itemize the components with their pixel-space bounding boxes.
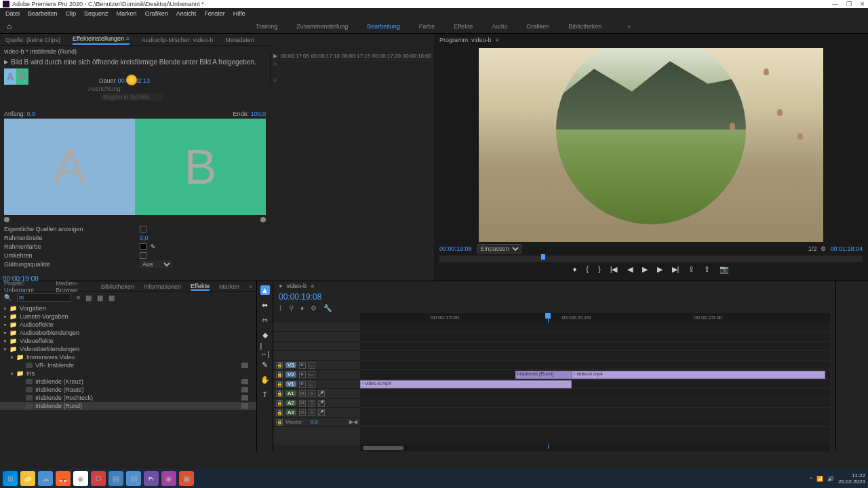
track-area[interactable]: Irisblende (Rund)▫ video-b.mp4▫ video-a.… [360,323,830,445]
app-icon-5[interactable]: ◉ [161,471,176,486]
start-value[interactable]: 0,0 [27,110,36,117]
duration-value[interactable]: 00:00:02:13 [118,77,151,84]
goto-in-button[interactable]: |◀ [610,265,618,274]
menu-bearbeiten[interactable]: Bearbeiten [28,10,58,17]
tab-metadaten[interactable]: Metadaten [225,37,254,43]
tree-item[interactable]: ▼📁Immersives Video [0,353,256,361]
sequence-menu-icon[interactable]: ≡ [311,283,314,289]
triangle-icon[interactable]: ▶ [4,59,8,65]
start-button[interactable]: ⊞ [3,471,18,486]
app-icon-6[interactable]: ▣ [179,471,194,486]
workspace-bearbeitung[interactable]: Bearbeitung [367,23,400,30]
alignment-dropdown[interactable]: Beginn in Schnitt [100,93,163,101]
tab-quellekeineclips[interactable]: Quelle: (keine Clips) [5,37,60,43]
tree-item[interactable]: VR- Irisblende [0,361,256,369]
smoothing-dropdown[interactable]: Aus [140,260,172,268]
clear-search-icon[interactable]: × [77,294,80,301]
tree-item[interactable]: Irisblende (Kreuz) [0,378,256,386]
program-viewport[interactable] [479,48,823,242]
tree-item[interactable]: Irisblende (Rund) [0,402,256,410]
timeline-scrollbar[interactable] [360,445,830,451]
audio-track-A2[interactable]: 🔒A2MS🎤 [273,399,360,408]
zoom-level[interactable]: 1/2 [808,245,817,252]
eyedropper-icon[interactable]: ✎ [151,243,156,250]
selection-tool[interactable]: ▲ [260,285,270,295]
workspace-farbe[interactable]: Farbe [419,23,435,30]
transition-clip[interactable]: Irisblende (Rund) [515,371,572,379]
pen-tool[interactable]: ✎ [260,360,270,369]
tree-item[interactable]: Irisblende (Raute) [0,386,256,394]
tree-item[interactable]: ▼📁Videoüberblendungen [0,345,256,353]
preview-slider[interactable] [4,218,266,222]
sequence-name[interactable]: video-b [286,283,307,289]
hand-tool[interactable]: ✋ [260,375,270,384]
step-forward-button[interactable]: ▶ [657,265,663,274]
tree-item[interactable]: ▼📁Videoeffekte [0,337,256,345]
workspace-training[interactable]: Training [256,23,277,30]
workspace-overflow[interactable]: » [627,23,631,30]
lift-button[interactable]: ⇪ [688,265,694,274]
timeline-timecode[interactable]: 00:00:19:08 [273,291,835,303]
preset-icon-3[interactable]: ▦ [108,294,115,302]
program-menu-icon[interactable]: ≡ [496,37,499,43]
timeline-ruler[interactable]: 00:00:15:0000:00:20:0000:00:25:00 [360,313,830,323]
mark-in-button[interactable]: { [586,265,589,274]
firefox-icon[interactable]: 🦊 [56,471,71,486]
menu-sequenz[interactable]: Sequenz [84,10,108,17]
workspace-zusammenstellung[interactable]: Zusammenstellung [296,23,348,30]
tab-effekteinstellungen[interactable]: Effekteinstellungen ≡ [73,35,130,45]
tray-time[interactable]: 11:22 [838,472,865,479]
settings-button[interactable]: ⚙ [311,304,317,312]
clip-video-b[interactable]: ▫ video-b.mp4 [572,371,825,379]
effect-timecode[interactable]: 00:00:19:08 [3,275,39,283]
home-button[interactable]: ⌂ [0,22,18,31]
preset-icon-2[interactable]: ▦ [97,294,103,302]
tree-item[interactable]: ▼📁Iris [0,369,256,378]
linked-selection-button[interactable]: ⚲ [289,304,294,312]
tab-informationen[interactable]: Informationen [144,283,181,290]
wrench-button[interactable]: 🔧 [323,304,332,312]
border-width-value[interactable]: 0,0 [140,235,149,241]
explorer-icon[interactable]: 📁 [20,471,35,486]
border-color-swatch[interactable] [140,243,146,250]
program-timecode[interactable]: 00:00:19:08 [439,245,472,252]
settings-icon[interactable]: ⚙ [821,245,826,252]
tray-chevron-icon[interactable]: ^ [810,476,812,482]
video-track-V3[interactable]: 🔒V3👁▭ [273,361,360,370]
chrome-icon[interactable]: ◉ [73,471,88,486]
tab-effekte[interactable]: Effekte [191,283,210,291]
video-track-V2[interactable]: 🔒V2👁▭ [273,370,360,380]
workspace-effekte[interactable]: Effekte [454,23,473,30]
app-icon-2[interactable]: O [91,471,106,486]
end-value[interactable]: 100,0 [250,110,266,117]
maximize-button[interactable]: ❐ [846,1,852,7]
app-icon-1[interactable]: ☁ [38,471,53,486]
tree-item[interactable]: ▼📁Audioüberblendungen [0,329,256,337]
premiere-icon[interactable]: Pr [144,471,159,486]
tray-volume-icon[interactable]: 🔊 [827,476,834,482]
menu-grafiken[interactable]: Grafiken [145,10,168,17]
clip-video-a[interactable]: ▫ video-a.mp4 [360,380,572,388]
invert-checkbox[interactable] [140,252,146,259]
mark-out-button[interactable]: } [598,265,601,274]
program-scrubber[interactable] [439,256,863,262]
audio-track-A1[interactable]: 🔒A1MS🎤 [273,389,360,399]
razor-tool[interactable]: ◆ [260,330,270,340]
type-tool[interactable]: T [260,390,270,399]
app-icon-4[interactable]: ▤ [126,471,141,486]
tab-medienbrowser[interactable]: Medien-Browser [56,280,92,293]
tab-bibliotheken[interactable]: Bibliotheken [101,283,134,290]
menu-ansicht[interactable]: Ansicht [176,10,197,17]
tray-wifi-icon[interactable]: 📶 [816,476,823,482]
extract-button[interactable]: ⇧ [704,265,710,274]
tree-item[interactable]: ▼📁Audioeffekte [0,321,256,329]
snap-button[interactable]: ⌇ [279,304,282,312]
menu-hilfe[interactable]: Hilfe [233,10,245,17]
menu-datei[interactable]: Datei [5,10,20,17]
workspace-grafiken[interactable]: Grafiken [526,23,549,30]
menu-marken[interactable]: Marken [117,10,137,17]
audio-track-A3[interactable]: 🔒A3MS🎤 [273,408,360,418]
tab-audioclipmischervideob[interactable]: Audioclip-Mischer: video-b [142,37,214,43]
workspace-bibliotheken[interactable]: Bibliotheken [568,23,601,30]
play-button[interactable]: ▶ [642,265,648,274]
